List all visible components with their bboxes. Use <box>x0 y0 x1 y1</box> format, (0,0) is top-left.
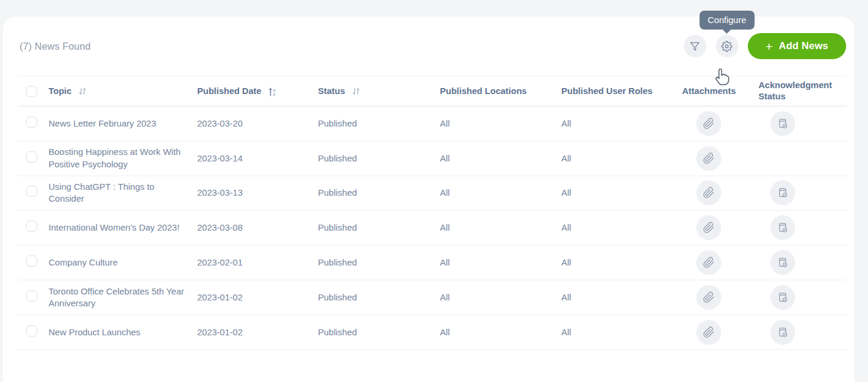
news-list-card: (7) News Found Configure + Add News <box>3 17 854 382</box>
column-header-published-locations: Published Locations <box>440 86 561 97</box>
row-status: Published <box>318 326 440 338</box>
select-all-checkbox[interactable] <box>26 86 37 97</box>
column-header-acknowledgment-status: Acknowledgment Status <box>758 80 848 102</box>
column-header-topic[interactable]: Topic <box>49 86 197 97</box>
table-row: Boosting Happiness at Work With Positive… <box>18 141 847 176</box>
acknowledgment-status-button[interactable] <box>770 180 795 205</box>
row-status: Published <box>318 187 440 199</box>
paperclip-icon <box>703 257 715 268</box>
row-published-locations: All <box>440 222 561 234</box>
attachment-button[interactable] <box>696 146 721 171</box>
row-published-user-roles: All <box>561 326 682 338</box>
row-topic[interactable]: Boosting Happiness at Work With Positive… <box>49 147 181 169</box>
card-header: (7) News Found Configure + Add News <box>3 17 854 76</box>
paperclip-icon <box>703 153 715 164</box>
table-row: International Women's Day 2023! 2023-03-… <box>18 211 847 245</box>
row-checkbox[interactable] <box>26 186 37 197</box>
attachment-button[interactable] <box>696 285 721 310</box>
paperclip-icon <box>703 187 715 199</box>
sort-arrows-icon[interactable] <box>78 86 88 96</box>
table-row: Using ChatGPT : Things to Consider 2023-… <box>18 176 847 211</box>
book-check-icon <box>777 326 789 338</box>
paperclip-icon <box>703 326 715 338</box>
row-published-date: 2023-03-14 <box>197 153 318 164</box>
row-checkbox[interactable] <box>26 290 37 302</box>
funnel-icon <box>689 41 700 52</box>
column-header-published-date[interactable]: Published Date <box>197 86 318 97</box>
sort-ascending-az-icon[interactable] <box>267 86 277 96</box>
acknowledgment-status-button[interactable] <box>770 250 795 275</box>
column-header-published-user-roles: Published User Roles <box>561 86 682 97</box>
row-checkbox[interactable] <box>26 116 37 128</box>
row-published-date: 2023-02-01 <box>197 257 318 268</box>
row-published-user-roles: All <box>561 153 682 164</box>
row-published-date: 2023-03-08 <box>197 222 318 234</box>
row-published-user-roles: All <box>561 187 682 199</box>
row-status: Published <box>318 153 440 164</box>
row-published-user-roles: All <box>561 292 682 303</box>
row-topic[interactable]: News Letter February 2023 <box>49 118 156 128</box>
sort-arrows-icon[interactable] <box>351 86 361 96</box>
row-published-locations: All <box>440 326 561 338</box>
configure-button[interactable] <box>716 35 738 57</box>
table-body: News Letter February 2023 2023-03-20 Pub… <box>18 106 847 350</box>
row-checkbox[interactable] <box>26 325 37 336</box>
row-checkbox[interactable] <box>26 255 37 267</box>
table-header-row: Topic Published Date Status Published Lo… <box>18 76 847 106</box>
attachment-button[interactable] <box>696 111 721 136</box>
table-row: New Product Launches 2023-01-02 Publishe… <box>18 315 847 350</box>
row-status: Published <box>318 292 440 303</box>
row-topic[interactable]: Using ChatGPT : Things to Consider <box>49 182 155 203</box>
row-status: Published <box>318 222 440 234</box>
row-published-date: 2023-03-20 <box>197 118 318 130</box>
gear-icon <box>721 41 732 52</box>
book-check-icon <box>777 257 789 268</box>
attachment-button[interactable] <box>696 320 721 345</box>
row-checkbox[interactable] <box>26 151 37 163</box>
column-header-status[interactable]: Status <box>318 86 440 97</box>
table-row: Toronto Office Celebrates 5th Year Anniv… <box>18 280 847 315</box>
book-check-icon <box>777 187 789 199</box>
acknowledgment-status-button[interactable] <box>770 285 795 310</box>
row-topic[interactable]: Company Culture <box>49 257 118 267</box>
filter-button[interactable] <box>684 35 706 57</box>
row-topic[interactable]: International Women's Day 2023! <box>49 222 179 232</box>
paperclip-icon <box>703 292 715 303</box>
acknowledgment-status-button[interactable] <box>770 111 795 136</box>
row-published-user-roles: All <box>561 118 682 130</box>
row-topic[interactable]: Toronto Office Celebrates 5th Year Anniv… <box>49 286 184 308</box>
add-news-button[interactable]: + Add News <box>748 33 846 59</box>
row-checkbox[interactable] <box>26 221 37 232</box>
acknowledgment-status-button[interactable] <box>770 215 795 240</box>
paperclip-icon <box>703 118 715 130</box>
row-published-locations: All <box>440 153 561 164</box>
row-published-locations: All <box>440 118 561 130</box>
row-published-date: 2023-01-02 <box>197 292 318 303</box>
paperclip-icon <box>703 222 715 234</box>
row-published-date: 2023-01-02 <box>197 326 318 338</box>
row-published-user-roles: All <box>561 257 682 268</box>
attachment-button[interactable] <box>696 215 721 240</box>
column-header-attachments: Attachments <box>682 86 758 97</box>
table-row: Company Culture 2023-02-01 Published All… <box>18 245 847 280</box>
book-check-icon <box>777 292 789 303</box>
configure-tooltip: Configure <box>699 11 754 30</box>
row-published-locations: All <box>440 292 561 303</box>
acknowledgment-status-button[interactable] <box>770 320 795 345</box>
header-select-all <box>18 86 49 97</box>
row-status: Published <box>318 118 440 130</box>
row-status: Published <box>318 257 440 268</box>
row-topic[interactable]: New Product Launches <box>49 327 140 337</box>
row-published-locations: All <box>440 257 561 268</box>
book-check-icon <box>777 222 789 234</box>
table-row: News Letter February 2023 2023-03-20 Pub… <box>18 106 847 141</box>
plus-icon: + <box>766 40 773 53</box>
toolbar: Configure + Add News <box>684 33 846 59</box>
add-news-label: Add News <box>779 40 828 52</box>
book-check-icon <box>777 118 789 130</box>
news-table: Topic Published Date Status Published Lo… <box>18 76 847 350</box>
attachment-button[interactable] <box>696 250 721 275</box>
row-published-user-roles: All <box>561 222 682 234</box>
attachment-button[interactable] <box>696 180 721 205</box>
row-published-date: 2023-03-13 <box>197 187 318 199</box>
